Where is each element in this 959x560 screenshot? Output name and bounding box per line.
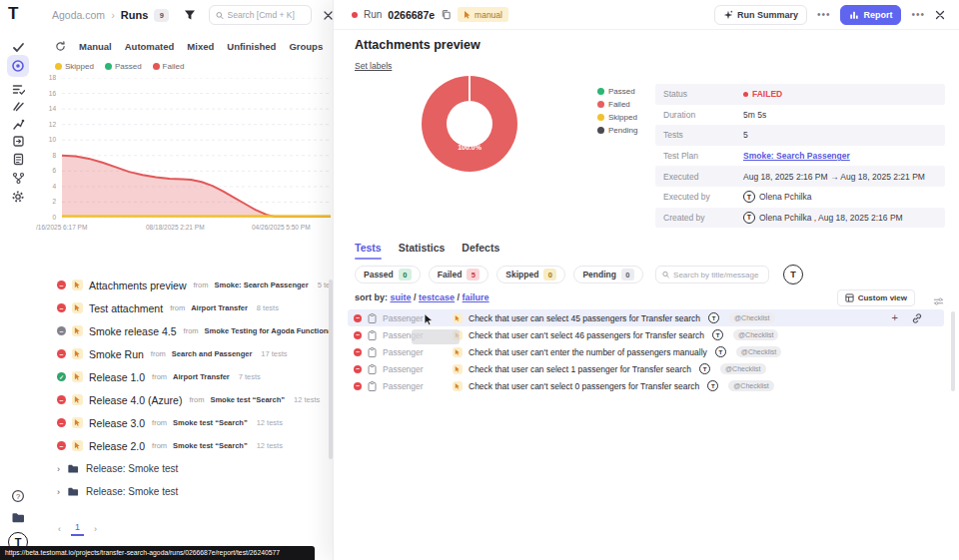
sort-by-failure[interactable]: failure [463, 292, 489, 302]
legend-passed[interactable]: Passed [105, 62, 142, 71]
report-button[interactable]: Report [840, 5, 901, 25]
test-suite[interactable]: Passenger [383, 364, 447, 374]
tag-badge[interactable]: @Checklist [736, 346, 782, 357]
legend-skipped[interactable]: Skipped [55, 62, 94, 71]
manual-run-icon [72, 280, 83, 290]
donut-legend-pending[interactable]: Pending [597, 126, 637, 135]
page-prev[interactable]: ‹ [58, 524, 61, 534]
settings-gear-icon[interactable] [9, 188, 27, 206]
runs-icon[interactable] [7, 55, 29, 77]
manual-test-icon [453, 381, 463, 391]
run-source: Smoke Testing for Agoda Functionality [205, 326, 333, 335]
legend-failed[interactable]: Failed [153, 62, 185, 71]
tag-badge[interactable]: @Checklist [729, 312, 775, 323]
panel-scrollbar[interactable] [951, 311, 955, 391]
tab-mixed[interactable]: Mixed [187, 41, 214, 52]
run-row[interactable]: Release 3.0 from Smoke test “Search” 12 … [36, 411, 333, 434]
filter-skipped[interactable]: Skipped0 [496, 266, 565, 283]
run-from-label: from [184, 326, 199, 335]
run-row[interactable]: Release 1.0 from Airport Transfer 7 test… [36, 365, 333, 388]
test-title[interactable]: Check that user can't enter the number o… [469, 347, 707, 357]
run-folder-row[interactable]: › Release: Smoke test [36, 480, 333, 503]
copy-icon[interactable] [441, 9, 452, 20]
link-icon[interactable] [912, 313, 922, 323]
tab-unfinished[interactable]: Unfinished [227, 41, 276, 52]
help-icon[interactable]: ? [9, 487, 27, 505]
test-title[interactable]: Check that user can't select 0 passenger… [469, 381, 699, 391]
page-current[interactable]: 1 [71, 522, 84, 536]
test-row[interactable]: Passenger Check that user can't select 0… [348, 377, 944, 394]
custom-view-button[interactable]: Custom view [837, 289, 915, 306]
tag-badge[interactable]: @Checklist [728, 380, 774, 391]
avatar: T [743, 191, 755, 203]
filter-funnel-icon[interactable] [181, 6, 198, 24]
breadcrumb-page[interactable]: Runs [121, 9, 149, 21]
tests-search-input[interactable] [673, 271, 762, 280]
branches-icon[interactable] [9, 169, 27, 187]
tab-groups[interactable]: Groups [289, 41, 323, 52]
refresh-icon[interactable] [55, 41, 66, 52]
chevron-right-icon[interactable]: › [57, 487, 60, 497]
projects-folder-icon[interactable] [9, 508, 27, 526]
import-export-icon[interactable] [9, 132, 27, 150]
test-suite[interactable]: Passenger [383, 313, 447, 323]
test-suite[interactable]: Passenger [383, 347, 447, 357]
test-suite[interactable]: Passenger [383, 381, 447, 391]
donut-legend-skipped[interactable]: Skipped [597, 113, 637, 122]
run-row[interactable]: Release 2.0 from Smoke test “Search” 12 … [36, 434, 333, 457]
tag-badge[interactable]: @Checklist [720, 363, 766, 374]
search-icon [216, 11, 224, 20]
tests-search[interactable] [655, 266, 769, 283]
sliders-icon[interactable] [933, 292, 944, 310]
run-summary-button[interactable]: Run Summary [714, 5, 807, 25]
set-labels-link[interactable]: Set labels [355, 61, 392, 71]
run-row[interactable]: Attachments preview from Smoke: Search P… [36, 274, 333, 296]
assignee-avatar[interactable]: T [783, 265, 803, 284]
global-search[interactable] [209, 5, 312, 25]
test-title[interactable]: Check that user can select 45 passengers… [469, 313, 700, 323]
app-logo[interactable]: T [8, 4, 18, 24]
filter-failed[interactable]: Failed5 [429, 266, 489, 283]
breadcrumb-project[interactable]: Agoda.com [52, 9, 105, 21]
close-panel-icon[interactable] [935, 10, 945, 20]
tests-icon[interactable] [9, 38, 27, 56]
search-input[interactable] [228, 10, 305, 20]
test-row[interactable]: Passenger Check that user can select 45 … [348, 309, 944, 326]
manual-test-icon [453, 313, 463, 323]
more-options-icon[interactable]: ••• [815, 9, 833, 20]
tab-manual[interactable]: Manual [79, 41, 112, 52]
donut-legend-passed[interactable]: Passed [597, 87, 637, 96]
chevron-right-icon[interactable]: › [57, 464, 60, 474]
tab-automated[interactable]: Automated [125, 41, 175, 52]
duration-value: 5m 5s [743, 110, 945, 120]
filter-pending[interactable]: Pending0 [573, 266, 643, 283]
tab-tests[interactable]: Tests [355, 242, 382, 260]
filter-passed[interactable]: Passed0 [355, 266, 421, 283]
close-search-icon[interactable] [324, 11, 333, 20]
test-row[interactable]: Passenger Check that user can select 1 p… [348, 360, 944, 377]
run-folder-row[interactable]: › Release: Smoke test [36, 457, 333, 480]
run-row[interactable]: Release 4.0 (Azure) from Smoke test “Sea… [36, 388, 333, 411]
page-next[interactable]: › [94, 524, 97, 534]
run-row[interactable]: Test attachment from Airport Transfer 8 … [36, 296, 333, 319]
test-title[interactable]: Check that user can select 1 passenger f… [469, 364, 691, 374]
docs-icon[interactable] [9, 150, 27, 168]
sort-by-testcase[interactable]: testcase [419, 292, 455, 302]
run-row[interactable]: Smoke Run from Search and Passenger 17 t… [36, 342, 333, 365]
tab-statistics[interactable]: Statistics [399, 242, 446, 260]
y-tick-label: 18 [36, 74, 56, 81]
tab-defects[interactable]: Defects [462, 242, 499, 260]
test-row[interactable]: Passenger Check that user can't enter th… [348, 343, 944, 360]
analytics-icon[interactable] [9, 115, 27, 133]
more-options-icon[interactable]: ••• [909, 9, 927, 20]
run-title-heading: Attachments preview [355, 38, 480, 52]
donut-legend-failed[interactable]: Failed [597, 100, 637, 109]
plans-icon[interactable] [9, 80, 27, 98]
add-icon[interactable]: + [892, 312, 898, 323]
test-plan-link[interactable]: Smoke: Search Passenger [743, 151, 850, 161]
test-title[interactable]: Check that user can't select 46 passenge… [469, 330, 704, 340]
run-row[interactable]: Smoke release 4.5 from Smoke Testing for… [36, 319, 333, 342]
tag-badge[interactable]: @Checklist [733, 329, 779, 340]
sort-by-suite[interactable]: suite [391, 292, 412, 302]
pulse-icon[interactable] [9, 97, 27, 115]
